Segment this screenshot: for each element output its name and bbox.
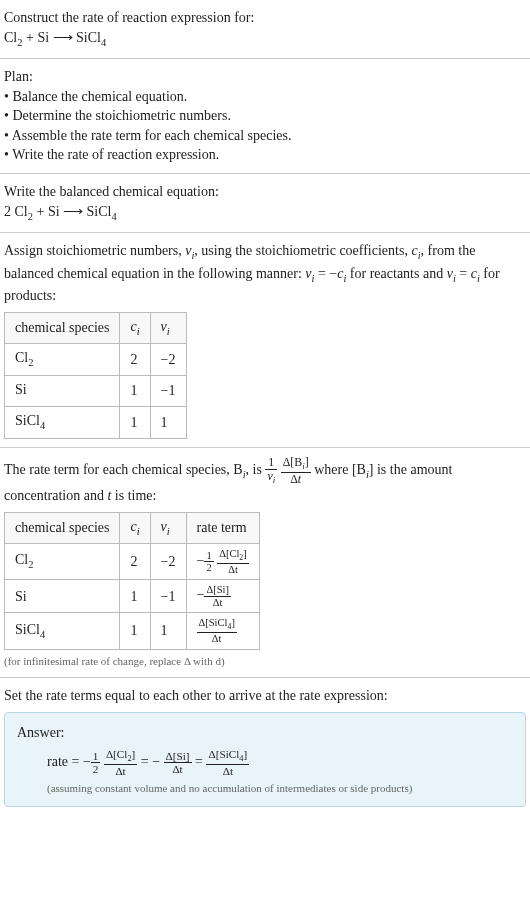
table-row: Si 1 −1: [5, 375, 187, 406]
col-rateterm: rate term: [186, 512, 259, 543]
rateterm-intro: The rate term for each chemical species,…: [4, 456, 526, 506]
table-header-row: chemical species ci νi: [5, 312, 187, 343]
prompt-section: Construct the rate of reaction expressio…: [0, 0, 530, 59]
table-row: Cl2 2 −2 −12 Δ[Cl2]Δt: [5, 543, 260, 579]
col-species: chemical species: [5, 312, 120, 343]
arrow-icon: ⟶: [63, 204, 83, 219]
plan-item: • Balance the chemical equation.: [4, 87, 526, 107]
answer-box: Answer: rate = −12 Δ[Cl2]Δt = − Δ[Si]Δt …: [4, 712, 526, 808]
fraction: 1νi: [265, 456, 277, 486]
plan-title: Plan:: [4, 67, 526, 87]
col-nui: νi: [150, 312, 186, 343]
answer-note: (assuming constant volume and no accumul…: [47, 781, 513, 796]
table-header-row: chemical species ci νi rate term: [5, 512, 260, 543]
prompt-title: Construct the rate of reaction expressio…: [4, 8, 526, 28]
table-row: Si 1 −1 −Δ[Si]Δt: [5, 580, 260, 613]
final-section: Set the rate terms equal to each other t…: [0, 678, 530, 815]
col-ci: ci: [120, 312, 150, 343]
table-row: SiCl4 1 1: [5, 407, 187, 438]
col-nui: νi: [150, 512, 186, 543]
balanced-equation: 2 Cl2 + Si ⟶ SiCl4: [4, 202, 526, 224]
product-sicl4: SiCl4: [73, 30, 107, 45]
reactant-cl2: Cl2: [4, 30, 22, 45]
plan-item: • Assemble the rate term for each chemic…: [4, 126, 526, 146]
balanced-title: Write the balanced chemical equation:: [4, 182, 526, 202]
col-species: chemical species: [5, 512, 120, 543]
plan-section: Plan: • Balance the chemical equation. •…: [0, 59, 530, 174]
answer-equation: rate = −12 Δ[Cl2]Δt = − Δ[Si]Δt = Δ[SiCl…: [47, 748, 513, 777]
table-row: SiCl4 1 1 Δ[SiCl4]Δt: [5, 613, 260, 649]
rateterm-note: (for infinitesimal rate of change, repla…: [4, 654, 526, 669]
final-title: Set the rate terms equal to each other t…: [4, 686, 526, 706]
col-ci: ci: [120, 512, 150, 543]
answer-title: Answer:: [17, 723, 513, 743]
plan-item: • Determine the stoichiometric numbers.: [4, 106, 526, 126]
stoich-section: Assign stoichiometric numbers, νi, using…: [0, 233, 530, 448]
stoich-intro: Assign stoichiometric numbers, νi, using…: [4, 241, 526, 306]
rateterm-section: The rate term for each chemical species,…: [0, 448, 530, 678]
rateterm-table: chemical species ci νi rate term Cl2 2 −…: [4, 512, 260, 650]
prompt-equation: Cl2 + Si ⟶ SiCl4: [4, 28, 526, 50]
balanced-section: Write the balanced chemical equation: 2 …: [0, 174, 530, 233]
plan-item: • Write the rate of reaction expression.: [4, 145, 526, 165]
arrow-icon: ⟶: [53, 30, 73, 45]
stoich-table: chemical species ci νi Cl2 2 −2 Si 1 −1 …: [4, 312, 187, 439]
table-row: Cl2 2 −2: [5, 344, 187, 375]
fraction: Δ[Bi]Δt: [281, 456, 311, 486]
